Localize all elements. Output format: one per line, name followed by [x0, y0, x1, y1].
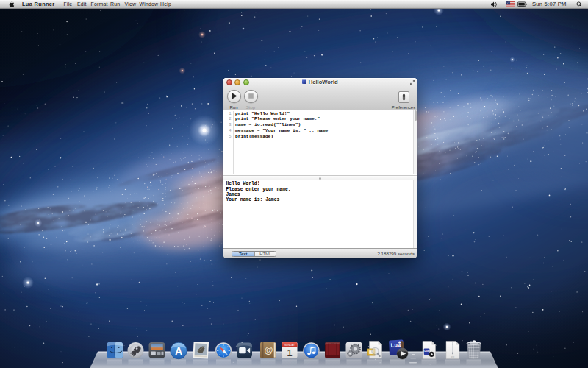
svg-text:A: A: [175, 345, 182, 357]
svg-text:Lua: Lua: [424, 350, 429, 353]
svg-text:1: 1: [287, 347, 293, 358]
svg-text:SUNDAY: SUNDAY: [284, 344, 295, 347]
svg-text:zip: zip: [451, 355, 454, 358]
svg-text:@: @: [264, 345, 273, 355]
